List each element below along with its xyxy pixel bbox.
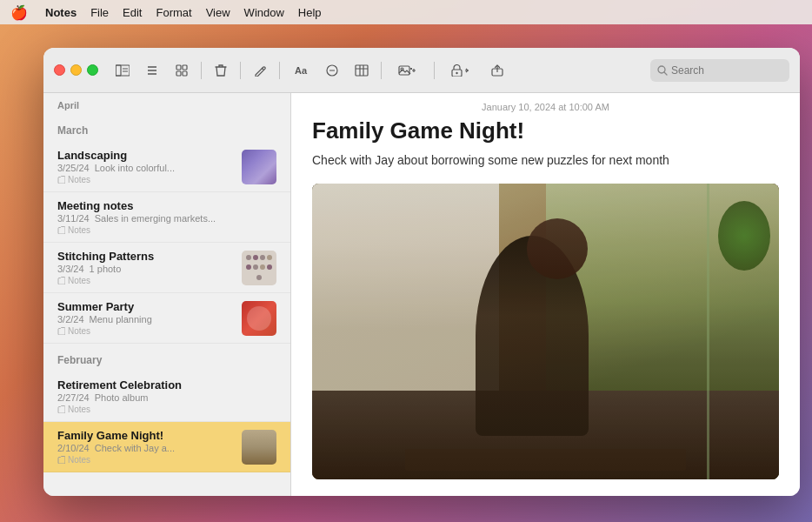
note-image-scene [312, 184, 779, 479]
menubar: 🍎 Notes File Edit Format View Window Hel… [0, 0, 812, 24]
new-note-button[interactable] [248, 58, 272, 83]
list-view-button[interactable] [140, 58, 164, 83]
search-input[interactable] [671, 64, 775, 77]
svg-rect-9 [176, 71, 181, 76]
text-format-button[interactable]: Aa [287, 58, 315, 83]
svg-rect-7 [176, 65, 181, 70]
svg-rect-18 [399, 66, 409, 75]
note-title-family-game-night: Family Game Night! [57, 429, 233, 442]
separator-4 [381, 62, 382, 79]
minimize-button[interactable] [70, 64, 82, 76]
note-image [312, 184, 779, 479]
main-content: April March Landscaping 3/25/24 Look int… [43, 93, 800, 496]
note-item-retirement[interactable]: Retirement Celebration 2/27/24 Photo alb… [43, 371, 290, 422]
svg-rect-1 [116, 65, 130, 76]
lock-button[interactable] [442, 58, 480, 83]
svg-point-23 [456, 71, 457, 73]
note-item-summer-party[interactable]: Summer Party 3/2/24 Menu planning Notes [43, 293, 290, 344]
note-thumb-landscaping [242, 150, 276, 184]
note-meta-retirement: 2/27/24 Photo album [57, 392, 276, 403]
separator-3 [279, 62, 280, 79]
note-item-landscaping[interactable]: Landscaping 3/25/24 Look into colorful..… [43, 142, 290, 192]
sidebar-toggle-button[interactable] [110, 58, 135, 83]
sidebar-section-february: February [43, 344, 290, 371]
note-item-meeting[interactable]: Meeting notes 3/11/24 Sales in emerging … [43, 192, 290, 243]
note-thumb-summer-party [242, 301, 276, 336]
menu-format[interactable]: Format [156, 6, 191, 19]
gallery-view-button[interactable] [170, 58, 194, 83]
toolbar: Aa [43, 48, 800, 93]
checklist-button[interactable] [320, 58, 344, 83]
notes-window: Aa [43, 48, 800, 496]
note-title-landscaping: Landscaping [57, 149, 233, 162]
note-title-retirement: Retirement Celebration [57, 378, 276, 392]
note-title-stitching: Stitching Patterns [57, 250, 233, 263]
share-button[interactable] [485, 58, 509, 83]
table-button[interactable] [349, 58, 374, 83]
delete-button[interactable] [209, 58, 233, 83]
apple-menu[interactable]: 🍎 [10, 4, 28, 21]
sidebar-section-march: March [43, 114, 290, 142]
add-media-button[interactable] [389, 58, 427, 83]
svg-rect-14 [356, 65, 368, 76]
menu-help[interactable]: Help [298, 6, 322, 19]
note-thumb-stitching [242, 251, 276, 285]
note-detail-date: January 10, 2024 at 10:00 AM [291, 93, 800, 117]
separator-1 [201, 62, 202, 79]
maximize-button[interactable] [87, 64, 98, 76]
svg-line-11 [262, 68, 263, 70]
svg-rect-8 [183, 65, 187, 70]
menu-window[interactable]: Window [244, 6, 284, 19]
note-title-meeting: Meeting notes [57, 199, 276, 212]
note-folder-landscaping: Notes [57, 175, 233, 184]
svg-rect-10 [183, 71, 187, 76]
svg-line-27 [664, 72, 667, 75]
menu-file[interactable]: File [90, 6, 109, 19]
note-meta-landscaping: 3/25/24 Look into colorful... [57, 163, 233, 173]
sidebar-section-april: April [43, 93, 290, 114]
note-detail: January 10, 2024 at 10:00 AM Family Game… [291, 93, 800, 496]
search-box[interactable] [650, 59, 789, 82]
note-meta-family-game-night: 2/10/24 Check with Jay a... [57, 443, 233, 453]
note-detail-body[interactable]: Family Game Night! Check with Jay about … [291, 117, 800, 496]
svg-rect-0 [116, 65, 121, 76]
menu-notes[interactable]: Notes [45, 6, 77, 19]
sidebar: April March Landscaping 3/25/24 Look int… [43, 93, 291, 496]
traffic-lights [54, 64, 98, 76]
note-folder-retirement: Notes [57, 405, 276, 414]
note-item-stitching[interactable]: Stitching Patterns 3/3/24 1 photo Notes [43, 243, 290, 293]
menu-view[interactable]: View [206, 6, 230, 19]
close-button[interactable] [54, 64, 65, 76]
menu-edit[interactable]: Edit [123, 6, 142, 19]
note-folder-summer-party: Notes [57, 326, 233, 336]
note-meta-summer-party: 3/2/24 Menu planning [57, 314, 233, 325]
search-icon [657, 65, 668, 76]
note-meta-stitching: 3/3/24 1 photo [57, 264, 233, 274]
separator-5 [434, 62, 435, 79]
note-thumb-family-game-night [242, 430, 276, 465]
separator-2 [240, 62, 241, 79]
note-detail-title: Family Game Night! [312, 117, 779, 144]
note-folder-meeting: Notes [57, 225, 276, 235]
note-title-summer-party: Summer Party [57, 300, 233, 313]
note-item-family-game-night[interactable]: Family Game Night! 2/10/24 Check with Ja… [43, 422, 290, 472]
note-folder-stitching: Notes [57, 276, 233, 285]
note-meta-meeting: 3/11/24 Sales in emerging markets... [57, 213, 276, 224]
note-detail-content: Check with Jay about borrowing some new … [312, 151, 779, 170]
note-folder-family-game-night: Notes [57, 455, 233, 465]
